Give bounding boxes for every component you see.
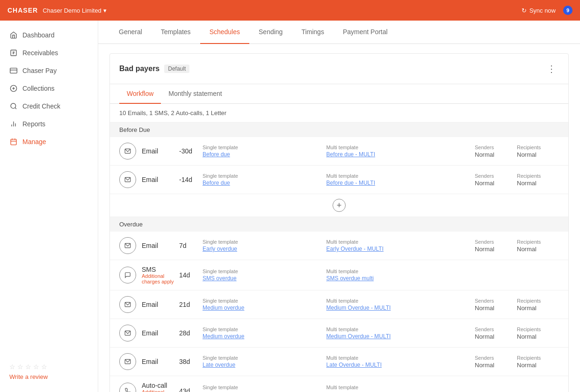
multi-template-link[interactable]: SMS overdue multi: [326, 275, 475, 282]
row-days: 21d: [179, 301, 203, 308]
table-row: Auto-call Additional charges apply 43d S…: [110, 376, 568, 392]
content-area: Bad payers Default ⋮ Workflow Monthly st…: [98, 44, 580, 392]
single-template-link[interactable]: Medium overdue: [203, 333, 326, 340]
more-options-button[interactable]: ⋮: [544, 61, 559, 76]
table-row: SMS Additional charges apply 14d Single …: [110, 260, 568, 290]
chaser-logo: CHASER: [7, 7, 38, 14]
multi-template: Multi template Medium Overdue - MULTI: [326, 327, 475, 340]
table-row: Email 28d Single template Medium overdue…: [110, 319, 568, 348]
sidebar-item-reports[interactable]: Reports: [0, 115, 98, 133]
multi-template: Multi template Before due - MULTI: [326, 145, 475, 158]
multi-template-link[interactable]: Early Overdue - MULTI: [326, 246, 475, 252]
sidebar-label-collections: Collections: [22, 85, 54, 92]
multi-template-link[interactable]: Late Overdue - MULTI: [326, 362, 475, 368]
star-rating: ☆ ☆ ☆ ☆ ☆: [9, 363, 88, 370]
inner-tab-monthly-statement[interactable]: Monthly statement: [161, 84, 229, 104]
sidebar-item-collections[interactable]: Collections: [0, 80, 98, 97]
star-3[interactable]: ☆: [25, 363, 31, 370]
tab-sending[interactable]: Sending: [249, 21, 292, 44]
star-4[interactable]: ☆: [33, 363, 39, 370]
sidebar-item-dashboard[interactable]: Dashboard: [0, 26, 98, 44]
senders-col: Senders Normal: [475, 145, 517, 158]
multi-template: Multi template SMS overdue multi: [326, 269, 475, 282]
multi-template: Multi template Late Overdue - MULTI: [326, 355, 475, 368]
write-review-link[interactable]: Write a review: [9, 373, 48, 380]
tab-templates[interactable]: Templates: [152, 21, 200, 44]
row-days: 14d: [179, 271, 203, 279]
senders-col: Senders Normal: [475, 173, 517, 187]
card-title-text: Bad payers: [119, 65, 160, 73]
app-layout: Dashboard Receivables Chaser Pay Collect…: [0, 21, 580, 392]
senders-col: Senders Normal: [475, 327, 517, 340]
recipients-col: Recipients Normal: [517, 327, 559, 340]
recipients-col: Recipients Normal: [517, 145, 559, 158]
sidebar-label-manage: Manage: [22, 138, 46, 145]
sync-label: Sync now: [529, 7, 556, 14]
row-type-autocall: Auto-call Additional charges apply: [142, 382, 179, 392]
single-template-link[interactable]: Late overdue: [203, 362, 326, 368]
sidebar: Dashboard Receivables Chaser Pay Collect…: [0, 21, 98, 392]
recipients-col: Recipients Normal: [517, 298, 559, 312]
add-row-before-due: +: [110, 194, 568, 217]
section-before-due: Before Due: [110, 123, 568, 137]
sidebar-item-receivables[interactable]: Receivables: [0, 44, 98, 62]
senders-col: Senders Normal: [475, 355, 517, 369]
table-row: Email 21d Single template Medium overdue…: [110, 290, 568, 319]
email-icon: [119, 325, 136, 341]
company-name: Chaser Demo Limited: [43, 7, 102, 14]
multi-template: Multi template Auto-call overdue multipl…: [326, 385, 475, 392]
email-icon: [119, 143, 136, 160]
workflow-summary: 10 Emails, 1 SMS, 2 Auto-calls, 1 Letter: [110, 104, 568, 123]
star-1[interactable]: ☆: [9, 363, 15, 370]
card-title: Bad payers Default: [119, 65, 189, 73]
single-template-link[interactable]: Early overdue: [203, 246, 326, 252]
senders-col: Senders Normal: [475, 239, 517, 253]
card-icon: [9, 66, 18, 75]
row-type-sms: SMS Additional charges apply: [142, 266, 179, 284]
single-template: Single template Early overdue: [203, 239, 326, 252]
single-template: Single template Medium overdue: [203, 298, 326, 311]
single-template-link[interactable]: Before due: [203, 180, 326, 186]
sidebar-item-manage[interactable]: Manage: [0, 133, 98, 151]
single-template-link[interactable]: Medium overdue: [203, 305, 326, 311]
tab-schedules[interactable]: Schedules: [200, 21, 249, 44]
multi-template-link[interactable]: Before due - MULTI: [326, 151, 475, 158]
multi-template-link[interactable]: Before due - MULTI: [326, 180, 475, 186]
multi-template: Multi template Before due - MULTI: [326, 173, 475, 186]
notification-badge[interactable]: 9: [563, 6, 573, 15]
row-days: 28d: [179, 329, 203, 337]
recipients-col: Recipients Normal: [517, 355, 559, 369]
tab-general[interactable]: General: [109, 21, 152, 44]
main-content: General Templates Schedules Sending Timi…: [98, 21, 580, 392]
sidebar-label-reports: Reports: [22, 120, 45, 128]
email-icon: [119, 237, 136, 254]
star-2[interactable]: ☆: [17, 363, 23, 370]
single-template: Single template Auto-call overdue: [203, 385, 326, 392]
multi-template: Multi template Early Overdue - MULTI: [326, 239, 475, 252]
single-template-link[interactable]: SMS overdue: [203, 275, 326, 282]
row-type-email: Email: [142, 301, 179, 308]
company-selector[interactable]: Chaser Demo Limited ▾: [43, 7, 107, 14]
inner-tab-workflow[interactable]: Workflow: [119, 84, 161, 104]
row-days: 43d: [179, 387, 203, 392]
star-5[interactable]: ☆: [41, 363, 47, 370]
row-days: -30d: [179, 147, 203, 155]
sidebar-item-chaser-pay[interactable]: Chaser Pay: [0, 62, 98, 80]
single-template-link[interactable]: Before due: [203, 151, 326, 158]
row-type-email: Email: [142, 358, 179, 365]
email-icon: [119, 171, 136, 188]
sidebar-label-receivables: Receivables: [22, 49, 58, 57]
email-icon: [119, 296, 136, 313]
multi-template-link[interactable]: Medium Overdue - MULTI: [326, 305, 475, 311]
tab-payment-portal[interactable]: Payment Portal: [334, 21, 397, 44]
add-schedule-button[interactable]: +: [333, 199, 346, 212]
search-icon: [9, 102, 18, 110]
chevron-down-icon: ▾: [103, 7, 107, 14]
tab-timings[interactable]: Timings: [292, 21, 334, 44]
sync-button[interactable]: ↻ Sync now: [522, 7, 556, 14]
multi-template-link[interactable]: Medium Overdue - MULTI: [326, 333, 475, 340]
sidebar-item-credit-check[interactable]: Credit Check: [0, 97, 98, 115]
row-type-email: Email: [142, 176, 179, 183]
single-template: Single template SMS overdue: [203, 269, 326, 282]
row-days: 7d: [179, 242, 203, 249]
